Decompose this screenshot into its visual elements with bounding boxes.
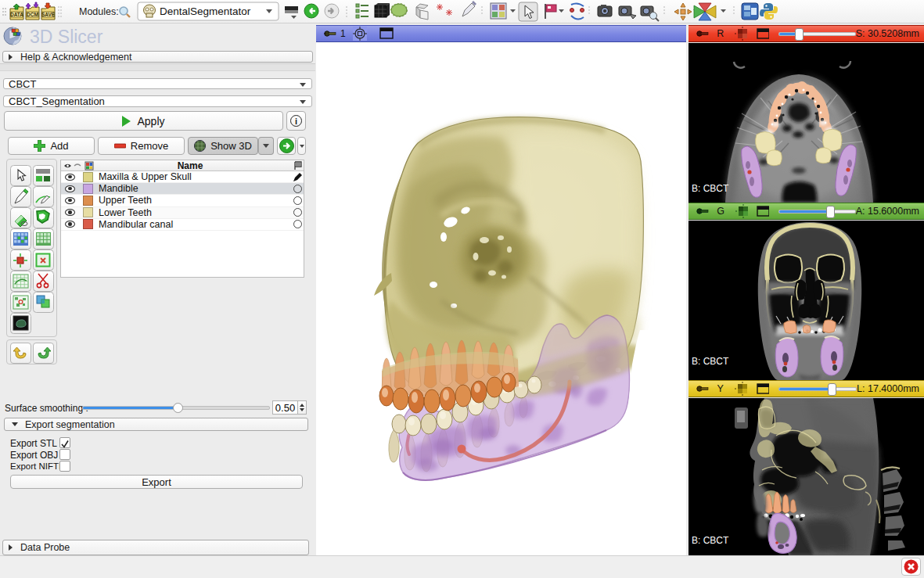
svg-text:DATA: DATA — [10, 12, 23, 17]
svg-text:Name: Name — [178, 160, 203, 171]
svg-text:SAVE: SAVE — [41, 12, 56, 17]
svg-text:1: 1 — [340, 28, 346, 39]
svg-text:DCM: DCM — [27, 12, 38, 17]
svg-text:DentalSegmentator: DentalSegmentator — [160, 5, 251, 17]
svg-text:Modules:: Modules: — [79, 6, 119, 17]
